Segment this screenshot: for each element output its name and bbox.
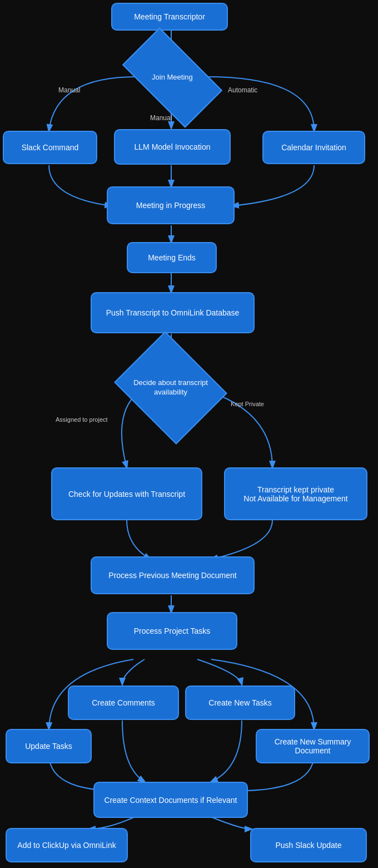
create-tasks-node: Create New Tasks [185,685,295,720]
slack-command-node: Slack Command [3,131,97,164]
push-slack-node: Push Slack Update [250,828,367,862]
manual-left-label: Manual [58,86,80,94]
llm-model-node: LLM Model Invocation [114,129,231,165]
calendar-invitation-node: Calendar Invitation [262,131,365,164]
join-meeting-node: Join Meeting [122,27,222,127]
check-updates-node: Check for Updates with Transcript [51,467,202,520]
process-previous-node: Process Previous Meeting Document [91,556,255,594]
add-clickup-node: Add to ClickUp via OmniLink [6,828,128,862]
meeting-transcriptor-node: Meeting Transcriptor [111,3,228,31]
transcript-private-node: Transcript kept private Not Available fo… [224,467,367,520]
manual-bottom-label: Manual [150,114,172,122]
create-comments-node: Create Comments [68,685,179,720]
push-transcript-node: Push Transcript to OmniLink Database [91,292,255,333]
meeting-in-progress-node: Meeting in Progress [107,186,235,224]
process-project-node: Process Project Tasks [107,612,237,650]
kept-private-label: Kept Private [231,401,264,407]
decide-transcript-node: Decide about transcript availability [114,331,227,445]
create-summary-node: Create New Summary Document [256,729,370,763]
create-context-node: Create Context Documents if Relevant [93,782,248,818]
flowchart-diagram: Meeting Transcriptor Join Meeting Manual… [0,0,378,868]
meeting-ends-node: Meeting Ends [127,242,217,273]
update-tasks-node: Update Tasks [6,729,92,763]
assigned-to-project-label: Assigned to project [56,416,108,423]
automatic-label: Automatic [228,86,257,94]
